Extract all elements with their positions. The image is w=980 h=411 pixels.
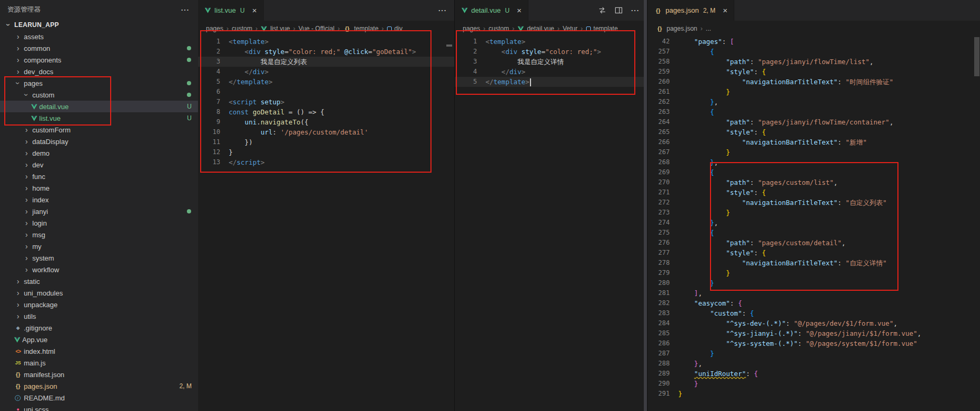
- code-line[interactable]: 263 {: [648, 107, 980, 117]
- code-line[interactable]: 266 "navigationBarTitleText": "新增": [648, 137, 980, 147]
- code-line[interactable]: 1<template>: [198, 37, 454, 47]
- code-line[interactable]: 291}: [648, 389, 980, 399]
- code-line[interactable]: 7<script setup>: [198, 97, 454, 107]
- code-line[interactable]: 4 </div>: [455, 67, 647, 77]
- breadcrumb-item[interactable]: template: [586, 25, 618, 32]
- code-line[interactable]: 262 },: [648, 97, 980, 107]
- explorer-item-static[interactable]: ›static: [0, 275, 198, 287]
- explorer-item-.gitignore[interactable]: ◆.gitignore: [0, 322, 198, 334]
- close-icon[interactable]: ×: [517, 6, 522, 14]
- compare-changes-icon[interactable]: [598, 6, 606, 14]
- code-line[interactable]: 8const goDetail = () => {: [198, 107, 454, 117]
- code-line[interactable]: 271 "style": {: [648, 187, 980, 198]
- code-line[interactable]: 277 "style": {: [648, 248, 980, 258]
- explorer-item-custom[interactable]: ›custom: [0, 89, 198, 101]
- code-line[interactable]: 3 我是自定义详情: [455, 57, 647, 67]
- explorer-item-uni_modules[interactable]: ›uni_modules: [0, 287, 198, 299]
- explorer-item-index.html[interactable]: <>index.html: [0, 345, 198, 357]
- explorer-item-func[interactable]: ›func: [0, 171, 198, 182]
- code-line[interactable]: 5</template>: [198, 77, 454, 87]
- code-line[interactable]: 274 },: [648, 218, 980, 228]
- explorer-item-App.vue[interactable]: App.vue: [0, 334, 198, 345]
- explorer-item-assets[interactable]: ›assets: [0, 31, 198, 42]
- code-line[interactable]: 288 },: [648, 359, 980, 369]
- code-line[interactable]: 2 <div style="color: red;" @click="goDet…: [198, 47, 454, 57]
- explorer-item-dev_docs[interactable]: ›dev_docs: [0, 66, 198, 77]
- editor-layout-icon[interactable]: [615, 6, 623, 14]
- explorer-root[interactable]: ›LEARUN_APP: [0, 19, 198, 31]
- tab-pages.json[interactable]: {}pages.json2, M×: [648, 0, 734, 21]
- explorer-item-login[interactable]: ›login: [0, 217, 198, 229]
- breadcrumb-item[interactable]: custom: [489, 25, 509, 32]
- explorer-item-customForm[interactable]: ›customForm: [0, 124, 198, 136]
- explorer-item-main.js[interactable]: JSmain.js: [0, 357, 198, 369]
- code-line[interactable]: 285 "^sys-jianyi-(.*)": "@/pages/jianyi/…: [648, 328, 980, 338]
- breadcrumb-item[interactable]: Vetur: [563, 25, 578, 32]
- explorer-item-system[interactable]: ›system: [0, 252, 198, 264]
- explorer-item-workflow[interactable]: ›workflow: [0, 264, 198, 275]
- code-line[interactable]: 260 "navigationBarTitleText": "时间组件验证": [648, 77, 980, 87]
- breadcrumb-item[interactable]: {}pages.json: [655, 25, 697, 32]
- code-line[interactable]: 4 </div>: [198, 67, 454, 77]
- explorer-item-uni.scss[interactable]: ●uni.scss: [0, 404, 198, 411]
- code-area-detail-vue[interactable]: 1<template>2 <div style="color: red;">3 …: [455, 37, 647, 87]
- breadcrumb-item[interactable]: Vue - Official: [299, 25, 335, 32]
- code-line[interactable]: 278 "navigationBarTitleText": "自定义详情": [648, 258, 980, 268]
- more-actions-icon[interactable]: ···: [181, 6, 190, 14]
- breadcrumb-item[interactable]: div: [387, 25, 402, 32]
- scrollbar-thumb[interactable]: [974, 37, 979, 76]
- explorer-item-msg[interactable]: ›msg: [0, 229, 198, 240]
- tab-list.vue[interactable]: list.vueU×: [198, 0, 264, 21]
- code-line[interactable]: 259 "style": {: [648, 67, 980, 77]
- code-line[interactable]: 287 }: [648, 349, 980, 359]
- code-line[interactable]: 265 "style": {: [648, 127, 980, 137]
- code-area-list-vue[interactable]: 1<template>2 <div style="color: red;" @c…: [198, 37, 454, 167]
- code-line[interactable]: 1<template>: [455, 37, 647, 47]
- close-icon[interactable]: ×: [723, 6, 727, 14]
- explorer-item-my[interactable]: ›my: [0, 240, 198, 252]
- explorer-item-pages[interactable]: ›pages: [0, 77, 198, 89]
- code-line[interactable]: 281 ],: [648, 288, 980, 298]
- explorer-item-jianyi[interactable]: ›jianyi: [0, 206, 198, 217]
- code-line[interactable]: 286 "^sys-system-(.*)": "@/pages/system/…: [648, 338, 980, 349]
- explorer-item-dev[interactable]: ›dev: [0, 159, 198, 171]
- code-area-pages-json[interactable]: 42 "pages": [257 {258 "path": "pages/jia…: [648, 37, 980, 399]
- code-line[interactable]: 42 "pages": [: [648, 37, 980, 47]
- code-line[interactable]: 272 "navigationBarTitleText": "自定义列表": [648, 198, 980, 208]
- code-line[interactable]: 264 "path": "pages/jianyi/flowTime/conta…: [648, 117, 980, 127]
- explorer-item-demo[interactable]: ›demo: [0, 147, 198, 159]
- code-line[interactable]: 10 url: '/pages/custom/detail': [198, 127, 454, 137]
- code-line[interactable]: 269 {: [648, 167, 980, 177]
- breadcrumb-item[interactable]: detail.vue: [517, 25, 554, 32]
- code-line[interactable]: 284 "^sys-dev-(.*)": "@/pages/dev/$1/for…: [648, 318, 980, 328]
- code-line[interactable]: 13</script>: [198, 157, 454, 167]
- breadcrumb-item[interactable]: custom: [232, 25, 253, 32]
- code-line[interactable]: 276 "path": "pages/custom/detail",: [648, 238, 980, 248]
- explorer-item-detail.vue[interactable]: detail.vueU: [0, 101, 198, 112]
- code-line[interactable]: 12}: [198, 147, 454, 157]
- code-line[interactable]: 279 }: [648, 268, 980, 278]
- code-line[interactable]: 273 }: [648, 208, 980, 218]
- breadcrumb-item[interactable]: pages: [463, 25, 480, 32]
- explorer-item-unpackage[interactable]: ›unpackage: [0, 299, 198, 310]
- explorer-item-utils[interactable]: ›utils: [0, 310, 198, 322]
- more-actions-icon[interactable]: ···: [631, 6, 640, 14]
- code-line[interactable]: 261 }: [648, 87, 980, 97]
- explorer-item-manifest.json[interactable]: {}manifest.json: [0, 369, 198, 380]
- code-line[interactable]: 258 "path": "pages/jianyi/flowTime/list"…: [648, 57, 980, 67]
- code-line[interactable]: 6: [198, 87, 454, 97]
- close-icon[interactable]: ×: [252, 6, 257, 14]
- tab-detail.vue[interactable]: detail.vueU×: [455, 0, 528, 21]
- explorer-item-index[interactable]: ›index: [0, 194, 198, 206]
- explorer-item-list.vue[interactable]: list.vueU: [0, 112, 198, 124]
- breadcrumb-item[interactable]: ...: [706, 25, 711, 32]
- breadcrumb-item[interactable]: list.vue: [260, 25, 290, 32]
- explorer-item-pages.json[interactable]: {}pages.json2, M: [0, 380, 198, 392]
- breadcrumb-item[interactable]: pages: [206, 25, 223, 32]
- code-line[interactable]: 270 "path": "pages/custom/list",: [648, 177, 980, 187]
- code-line[interactable]: 267 }: [648, 147, 980, 157]
- code-line[interactable]: 280 }: [648, 278, 980, 288]
- code-line[interactable]: 2 <div style="color: red;">: [455, 47, 647, 57]
- breadcrumb-item[interactable]: {}template: [343, 25, 379, 32]
- explorer-item-dataDisplay[interactable]: ›dataDisplay: [0, 136, 198, 147]
